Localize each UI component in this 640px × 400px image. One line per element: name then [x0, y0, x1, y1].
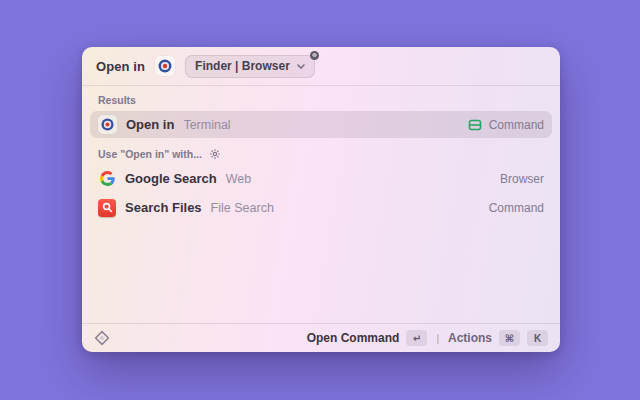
raycast-diamond-icon — [94, 330, 110, 346]
result-accessory-label: Command — [489, 118, 544, 132]
result-accessory-label: Command — [489, 201, 544, 215]
gear-icon[interactable] — [209, 148, 221, 160]
chevron-down-icon — [297, 64, 305, 69]
command-title: Open in — [96, 59, 145, 74]
extension-icon-chip — [155, 56, 175, 76]
k-key-badge: K — [527, 330, 548, 346]
result-subtitle: Terminal — [183, 118, 230, 132]
result-accessory: Browser — [500, 172, 544, 186]
footer-bar: Open Command ↵ | Actions ⌘ K — [82, 323, 560, 352]
cmd-key-badge: ⌘ — [499, 330, 520, 346]
result-title: Open in — [126, 117, 174, 132]
command-header: Open in Finder | Browser — [82, 47, 560, 86]
result-title: Google Search — [125, 171, 217, 186]
raycast-launcher-window: Open in Finder | Browser Results — [82, 47, 560, 352]
result-row-google-search[interactable]: Google Search Web Browser — [90, 165, 552, 192]
argument-dropdown[interactable]: Finder | Browser — [185, 55, 315, 78]
open-in-compass-icon — [101, 118, 114, 131]
terminal-window-icon — [468, 118, 482, 132]
file-search-icon — [98, 199, 116, 217]
result-accessory: Command — [489, 201, 544, 215]
result-accessory: Command — [468, 118, 544, 132]
result-row-search-files[interactable]: Search Files File Search Command — [90, 194, 552, 221]
return-key-badge: ↵ — [406, 330, 427, 346]
section-use-with: Use "Open in" with... — [82, 140, 560, 165]
result-accessory-label: Browser — [500, 172, 544, 186]
section-use-with-label: Use "Open in" with... — [98, 148, 202, 160]
open-in-compass-icon — [158, 59, 172, 73]
result-subtitle: Web — [226, 172, 251, 186]
google-icon — [98, 170, 116, 188]
footer-divider: | — [434, 333, 441, 344]
section-results-label: Results — [98, 94, 136, 106]
actions-menu-label[interactable]: Actions — [448, 331, 492, 345]
primary-action-label[interactable]: Open Command — [307, 331, 400, 345]
argument-dropdown-value: Finder | Browser — [195, 59, 290, 73]
footer-actions: Open Command ↵ | Actions ⌘ K — [307, 330, 548, 346]
dropdown-notification-badge — [310, 51, 319, 60]
open-in-icon-chip — [98, 115, 117, 134]
result-row-open-in-terminal[interactable]: Open in Terminal Command — [90, 111, 552, 138]
result-title: Search Files — [125, 200, 202, 215]
section-results: Results — [82, 86, 560, 111]
results-list: Results Open in Terminal Command — [82, 86, 560, 323]
result-subtitle: File Search — [211, 201, 274, 215]
